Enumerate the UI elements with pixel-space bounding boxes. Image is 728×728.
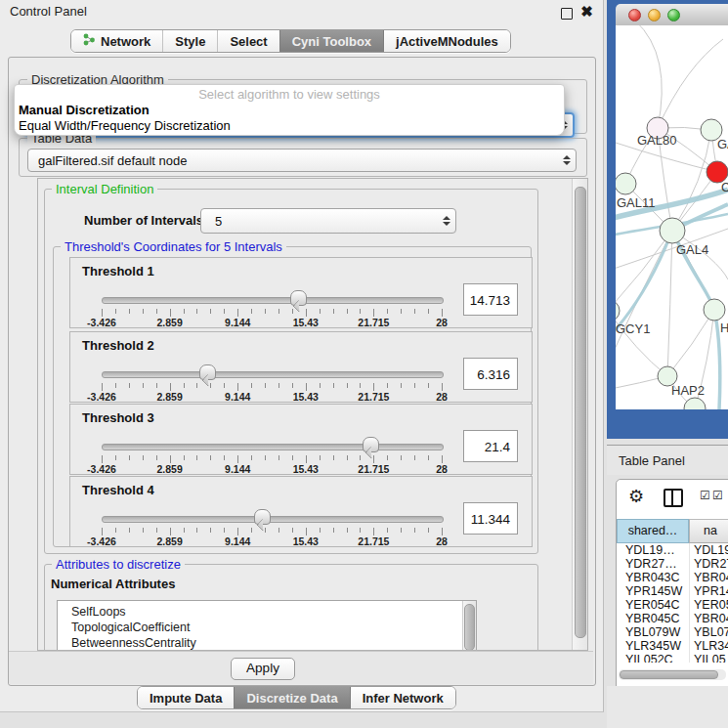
axis-tick-label: -3.426 [87,317,116,328]
gear-icon[interactable]: ⚙ [628,486,644,507]
dropdown-item-equal-width[interactable]: Equal Width/Frequency Discretization [19,118,231,133]
thresholds-group: Threshold's Coordinates for 5 Intervals … [53,246,532,547]
checkbox-icon[interactable]: ☑ [700,489,710,502]
threshold-label: Threshold 4 [82,483,154,497]
table-row[interactable]: YBR045CYBR04 [617,612,728,625]
cell-name: YDR27 [689,557,728,571]
mac-close-icon[interactable] [628,9,641,21]
tab-select[interactable]: Select [217,30,278,52]
axis-tick-label: 21.715 [358,463,389,475]
table-panel-footer [607,686,728,728]
column-header-shared-name[interactable]: shared… [617,519,689,543]
axis-tick-label: 21.715 [358,535,389,547]
network-canvas[interactable]: GAL80GACGAL11GAL4GCY1HHAP2 [616,25,728,409]
network-window-titlebar[interactable] [616,4,728,26]
cell-shared-name: YER054C [617,598,689,612]
cell-shared-name: YBR045C [617,612,689,625]
group-title: Attributes to discretize [52,558,185,571]
dropdown-item-manual-discretization[interactable]: Manual Discretization [19,103,150,117]
table-row[interactable]: YER054CYER05 [617,598,728,612]
axis-tick-label: 21.715 [358,317,389,328]
attribute-item[interactable]: BetweennessCentrality [58,635,476,651]
network-node-h[interactable] [704,299,725,321]
checkbox-icon[interactable]: ☑ [712,489,723,502]
tab-cyni-toolbox[interactable]: Cyni Toolbox [279,30,383,52]
threshold-panel-1: Threshold 1-3.4262.8599.14415.4321.71528… [69,257,533,328]
slider-track[interactable] [102,444,444,450]
tab-impute-data[interactable]: Impute Data [138,687,234,708]
table-row[interactable]: YDR27…YDR27 [617,557,728,571]
network-node-gal4[interactable] [660,218,685,243]
split-columns-icon[interactable] [664,489,683,507]
attribute-item[interactable]: SelfLoops [58,604,476,620]
cell-name: YPR14 [689,584,728,598]
threshold-panel-4: Threshold 4-3.4262.8599.14415.4321.71528… [69,476,533,547]
table-data-combobox[interactable]: galFiltered.sif default node [27,149,577,172]
cyni-mode-tabs: Impute DataDiscretize DataInfer Network [137,686,456,709]
axis-tick-label: 9.144 [225,535,250,547]
slider-track[interactable] [102,297,444,304]
table-row[interactable]: YBL079WYBL07 [617,625,728,639]
slider-ticks [102,309,443,318]
axis-tick-label: 9.144 [225,317,250,328]
attributes-group: Attributes to discretize Numerical Attri… [44,564,538,651]
slider-thumb[interactable] [199,364,216,380]
settings-scrollbar[interactable] [572,179,587,650]
number-of-intervals-combobox[interactable]: 5 [200,208,456,234]
table-panel-window: ⚙ ☑ ☑ shared… na YDL19…YDL19YDR27…YDR27Y… [616,479,728,688]
mac-minimize-icon[interactable] [648,9,661,21]
column-header-name[interactable]: na [689,519,728,543]
table-row[interactable]: YBR043CYBR04 [617,571,728,584]
table-row[interactable]: YLR345WYLR34 [617,639,728,653]
table-row[interactable]: YPR145WYPR14 [617,584,728,598]
table-panel-header: Table Panel [607,445,728,475]
node-label: HAP2 [671,383,705,398]
network-view-window[interactable]: GAL80GACGAL11GAL4GCY1HHAP2 [607,0,728,439]
threshold-label: Threshold 3 [82,410,154,425]
slider-thumb[interactable] [254,509,271,525]
tab-infer-network[interactable]: Infer Network [350,687,455,708]
axis-tick-label: 9.144 [225,391,250,403]
axis-tick-label: 28 [436,463,448,475]
axis-tick-label: 2.859 [156,463,182,475]
close-panel-icon[interactable]: ✖ [580,5,593,18]
list-scrollbar[interactable] [462,601,476,651]
slider-track[interactable] [102,371,444,378]
cell-shared-name: YPR145W [617,584,689,598]
mac-zoom-icon[interactable] [667,9,680,21]
dropdown-hint: Select algorithm to view settings [15,87,564,102]
combobox-arrows-icon [438,216,455,226]
slider-thumb[interactable] [290,290,307,306]
cell-name: YIL05 [689,653,728,663]
tab-discretize-data[interactable]: Discretize Data [234,687,349,708]
tab-jactivemnodules[interactable]: jActiveMNodules [383,30,510,52]
threshold-value-field[interactable]: 11.344 [463,502,518,535]
slider-track[interactable] [102,516,444,523]
node-label: GAL80 [637,133,676,148]
threshold-value-field[interactable]: 14.713 [463,283,518,316]
table-row[interactable]: YIL052CYIL05 [617,653,728,663]
slider-ticks [102,455,443,464]
apply-button[interactable]: Apply [231,658,295,680]
axis-tick-label: 28 [436,317,448,328]
numerical-attributes-label: Numerical Attributes [51,577,175,591]
table-header-row: shared… na [617,519,728,543]
threshold-value-field[interactable]: 21.4 [463,430,518,462]
interval-definition-group: Interval Definition Number of Intervals … [44,189,538,554]
numerical-attributes-list[interactable]: SelfLoopsTopologicalCoefficientBetweenne… [57,600,477,651]
axis-tick-label: 15.43 [293,535,319,547]
table-row[interactable]: YDL19…YDL19 [617,543,728,557]
tab-style[interactable]: Style [162,30,217,52]
slider-thumb[interactable] [363,437,379,452]
float-window-icon[interactable] [561,8,573,20]
network-node-gal11[interactable] [616,173,636,194]
table-hscrollbar[interactable] [619,669,726,680]
attribute-item[interactable]: TopologicalCoefficient [58,620,476,635]
network-node[interactable] [684,398,706,409]
threshold-value-field[interactable]: 6.316 [463,358,518,390]
tab-network[interactable]: Network [71,30,162,52]
group-title: Interval Definition [52,183,157,195]
network-node-gcy1[interactable] [616,300,620,321]
cell-shared-name: YBL079W [617,625,689,639]
node-label: C [721,180,728,194]
